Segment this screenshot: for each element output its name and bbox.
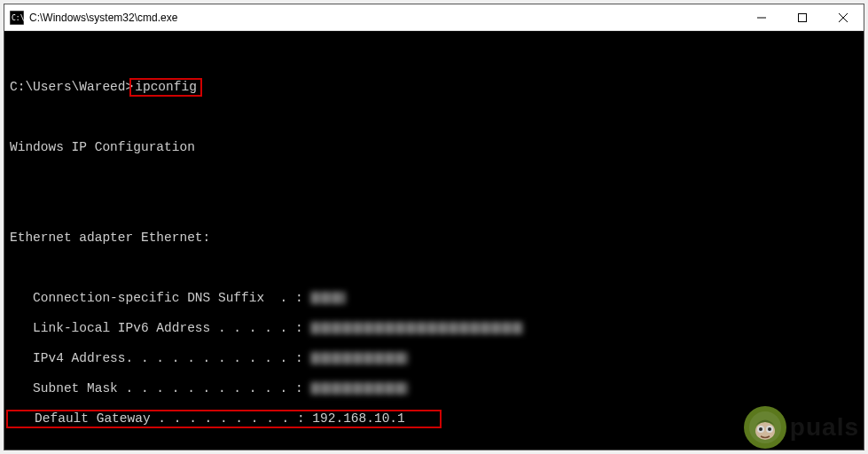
blurred-value <box>310 352 408 364</box>
svg-text:C:\: C:\ <box>12 14 24 22</box>
terminal-output[interactable]: C:\Users\Wareed>ipconfig Windows IP Conf… <box>4 31 864 450</box>
svg-rect-3 <box>799 13 807 21</box>
window-title: C:\Windows\system32\cmd.exe <box>29 12 741 24</box>
svg-point-10 <box>759 427 762 431</box>
blank-line <box>10 442 858 450</box>
watermark-text: puals <box>790 413 859 442</box>
adapter1-heading: Ethernet adapter Ethernet: <box>10 231 858 246</box>
gateway-line: Default Gateway . . . . . . . . . : 192.… <box>10 411 858 427</box>
blurred-value <box>310 322 523 334</box>
blurred-value <box>310 382 408 395</box>
minimize-button[interactable] <box>741 4 782 30</box>
cmd-icon: C:\ <box>10 11 24 25</box>
ipv4-label: IPv4 Address. . . . . . . . . . . : <box>10 351 310 365</box>
ipv6-line: Link-local IPv6 Address . . . . . : <box>10 321 858 336</box>
subnet-line: Subnet Mask . . . . . . . . . . . : <box>10 381 858 396</box>
close-button[interactable] <box>823 4 864 30</box>
gateway-label: Default Gateway . . . . . . . . . : <box>12 411 312 426</box>
maximize-button[interactable] <box>782 4 823 30</box>
dns-suffix-line: Connection-specific DNS Suffix . : <box>10 291 858 306</box>
gateway-value: 192.168.10.1 <box>312 411 404 426</box>
window-controls <box>741 4 864 30</box>
blurred-value <box>310 292 346 304</box>
blank-line <box>10 110 858 125</box>
blank-line <box>10 170 858 185</box>
ipconfig-heading: Windows IP Configuration <box>10 140 858 155</box>
watermark-avatar-icon <box>744 406 786 449</box>
gateway-highlight: Default Gateway . . . . . . . . . : 192.… <box>6 410 442 428</box>
cmd-window: C:\ C:\Windows\system32\cmd.exe C:\Users… <box>4 4 864 450</box>
watermark: puals <box>744 406 859 449</box>
subnet-label: Subnet Mask . . . . . . . . . . . : <box>10 381 310 395</box>
dns-suffix-label: Connection-specific DNS Suffix . : <box>10 291 310 305</box>
blank-line <box>10 50 858 65</box>
ipv6-label: Link-local IPv6 Address . . . . . : <box>10 321 310 335</box>
prompt-line: C:\Users\Wareed>ipconfig <box>10 80 858 95</box>
blank-line <box>10 261 858 276</box>
blank-line <box>10 200 858 215</box>
ipv4-line: IPv4 Address. . . . . . . . . . . : <box>10 351 858 366</box>
svg-point-11 <box>768 427 771 431</box>
titlebar[interactable]: C:\ C:\Windows\system32\cmd.exe <box>4 4 864 31</box>
command-highlight: ipconfig <box>129 78 202 97</box>
prompt-path: C:\Users\Wareed> <box>10 80 133 94</box>
